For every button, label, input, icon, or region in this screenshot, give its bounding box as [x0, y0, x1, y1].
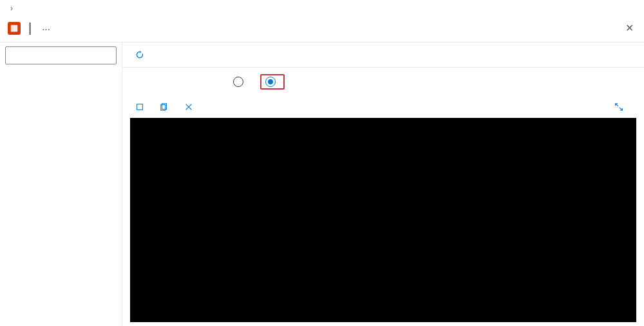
maximize-button[interactable]	[614, 102, 626, 111]
search-input[interactable]	[15, 51, 111, 60]
stop-icon	[135, 102, 144, 111]
svg-rect-0	[11, 24, 18, 32]
clear-icon	[184, 102, 193, 111]
radio-console[interactable]	[233, 77, 247, 87]
refresh-button[interactable]	[130, 48, 152, 62]
radio-circle-icon	[233, 77, 243, 87]
sidebar	[0, 43, 122, 326]
logs-mode-row	[122, 68, 644, 96]
search-input-wrapper[interactable]	[5, 46, 117, 64]
maximize-icon	[614, 102, 623, 111]
log-console[interactable]	[130, 118, 636, 322]
radio-system[interactable]	[265, 77, 279, 87]
page-header: | ⋯ ✕	[0, 17, 644, 43]
copy-button[interactable]	[155, 100, 176, 114]
action-row	[122, 96, 644, 118]
copy-icon	[160, 102, 169, 111]
close-icon[interactable]: ✕	[623, 19, 636, 37]
page-title-sep: |	[28, 21, 32, 35]
refresh-icon	[135, 50, 144, 59]
radio-circle-checked-icon	[265, 77, 276, 87]
toolbar	[122, 43, 644, 68]
svg-rect-3	[137, 104, 143, 110]
more-options-icon[interactable]: ⋯	[42, 24, 50, 34]
content-area	[122, 43, 644, 326]
breadcrumb: ›	[0, 0, 644, 17]
stop-button[interactable]	[130, 100, 152, 114]
clear-button[interactable]	[179, 100, 201, 114]
chevron-right-icon: ›	[10, 4, 13, 13]
container-app-icon	[8, 22, 21, 35]
radio-system-highlight	[260, 74, 285, 90]
